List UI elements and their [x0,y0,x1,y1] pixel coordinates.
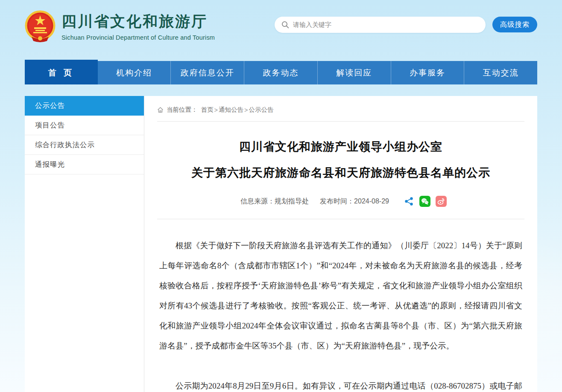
sidebar-item-law-enforcement[interactable]: 综合行政执法公示 [25,135,144,155]
breadcrumb-home[interactable]: 首页 [201,106,214,114]
article-meta: 信息来源：规划指导处 发布时间：2024-08-29 [157,196,524,219]
search-area: 高级搜索 [275,17,537,33]
article-paragraph: 公示期为2024年8月29日至9月6日。如有异议，可在公示期内通过电话（028-… [159,376,522,392]
breadcrumb-separator: > [244,107,248,113]
main-nav: 首 页 机构介绍 政府信息公开 政务动态 解读回应 办事服务 互动交流 [25,61,537,84]
breadcrumb-notices[interactable]: 通知公告 [219,106,243,114]
national-emblem-logo [25,10,56,43]
article-publish-date: 发布时间：2024-08-29 [320,197,389,206]
nav-item-gov-news[interactable]: 政务动态 [244,61,317,84]
sidebar-item-project-notices[interactable]: 项目公告 [25,116,144,135]
site-title: 四川省文化和旅游厅 [61,12,215,32]
search-box[interactable] [275,17,486,33]
main-content: 当前位置： 首页 > 通知公告 > 公示公告 四川省文化和旅游产业领导小组办公室… [144,96,537,392]
advanced-search-button[interactable]: 高级搜索 [492,17,537,32]
nav-item-services[interactable]: 办事服务 [391,61,464,84]
site-subtitle: Sichuan Provincial Department of Culture… [61,34,215,41]
sidebar-item-public-notices[interactable]: 公示公告 [25,96,144,116]
article-body: 根据《关于做好下一阶段天府旅游名县评选有关工作的通知》（川委厅〔2022〕14号… [157,219,524,392]
article-paragraph: 根据《关于做好下一阶段天府旅游名县评选有关工作的通知》（川委厅〔2022〕14号… [159,235,522,356]
breadcrumb: 当前位置： 首页 > 通知公告 > 公示公告 [157,96,524,122]
breadcrumb-current[interactable]: 公示公告 [249,106,273,114]
site-brand: 四川省文化和旅游厅 Sichuan Provincial Department … [25,10,215,43]
breadcrumb-prefix: 当前位置： [167,106,198,114]
site-header: 四川省文化和旅游厅 Sichuan Provincial Department … [25,0,537,61]
search-input[interactable] [293,21,479,28]
search-icon [281,21,289,29]
share-icon[interactable] [404,196,414,206]
article-source: 信息来源：规划指导处 [240,197,309,206]
sidebar-item-exposure[interactable]: 通报曝光 [25,155,144,174]
nav-item-home[interactable]: 首 页 [25,60,98,84]
article-title-line1: 四川省文化和旅游产业领导小组办公室 [157,139,524,154]
nav-item-gov-info[interactable]: 政府信息公开 [170,61,244,84]
sidebar: 公示公告 项目公告 综合行政执法公示 通报曝光 [25,96,144,392]
weibo-icon[interactable] [436,196,447,207]
wechat-icon[interactable] [419,196,430,207]
nav-item-interaction[interactable]: 互动交流 [464,61,537,84]
nav-item-org-intro[interactable]: 机构介绍 [98,61,171,84]
article-title-line2: 关于第六批天府旅游命名县和天府旅游特色县名单的公示 [157,166,524,180]
home-icon [157,107,164,113]
nav-item-interpretation[interactable]: 解读回应 [317,61,391,84]
breadcrumb-separator: > [214,107,218,113]
